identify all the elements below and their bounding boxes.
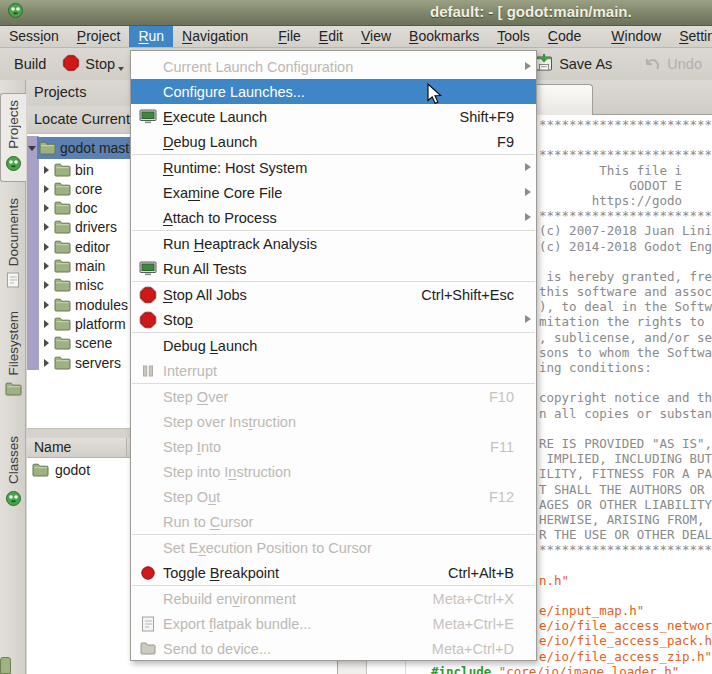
tree-item-bin[interactable]: bin: [41, 160, 94, 179]
tree-item-servers[interactable]: servers: [41, 353, 121, 372]
expander-closed-icon[interactable]: [41, 185, 51, 193]
menubar-item-file[interactable]: File: [269, 26, 310, 47]
menubar-item-project[interactable]: Project: [68, 26, 130, 47]
toolview-tab-classes[interactable]: Classes: [0, 430, 26, 516]
menubar-item-navigation[interactable]: Navigation: [173, 26, 257, 47]
menubar-item-window[interactable]: Window: [602, 26, 670, 47]
tree-item-platform[interactable]: platform: [41, 314, 126, 333]
run-menu-item-run-all-tests[interactable]: Run All Tests: [131, 256, 536, 281]
tree-item-scene[interactable]: scene: [41, 334, 112, 353]
menu-item-label: Step into Instruction: [163, 464, 291, 480]
tree-item-modules[interactable]: modules: [41, 295, 128, 314]
menubar-item-edit[interactable]: Edit: [310, 26, 352, 47]
code-line: ILITY, FITNESS FOR A PA: [539, 466, 712, 481]
toolview-tab-documents[interactable]: Documents: [0, 192, 26, 297]
stop-icon: [139, 311, 157, 329]
toolview-tab-filesystem[interactable]: Filesystem: [0, 305, 26, 405]
expander-closed-icon[interactable]: [41, 281, 51, 289]
menubar-item-code[interactable]: Code: [539, 26, 590, 47]
mouse-cursor: [427, 83, 443, 105]
expander-closed-icon[interactable]: [41, 243, 51, 251]
code-line: T SHALL THE AUTHORS OR: [539, 482, 712, 497]
expander-closed-icon[interactable]: [41, 204, 51, 212]
classes-tab-icon: [5, 490, 22, 507]
menu-item-shortcut: Meta+Ctrl+E: [433, 616, 528, 632]
tree-item-core[interactable]: core: [41, 179, 102, 198]
code-token: #include: [431, 664, 491, 674]
tree-item-drivers[interactable]: drivers: [41, 218, 117, 237]
tree-item-misc[interactable]: misc: [41, 276, 104, 295]
menubar-item-tools[interactable]: Tools: [488, 26, 539, 47]
code-line: this software and assoc: [539, 284, 712, 299]
tree-item-label: modules: [75, 297, 128, 313]
menu-item-shortcut: Ctrl+Alt+B: [448, 565, 528, 581]
expander-closed-icon[interactable]: [41, 262, 51, 270]
stop-button[interactable]: Stop: [54, 51, 132, 78]
folder-icon: [54, 278, 71, 292]
menu-item-label: Configure Launches...: [163, 84, 305, 100]
toolview-tab-projects[interactable]: Projects: [0, 93, 26, 182]
menu-item-label: Examine Core File: [163, 185, 282, 201]
partial-tab-icon: [0, 657, 11, 674]
document-icon: [141, 616, 155, 632]
menu-item-shortcut: F11: [490, 439, 528, 455]
code-line: e/input_map.h": [539, 603, 712, 618]
tree-item-label: scene: [75, 335, 112, 351]
run-menu-item-step-over-instruction: Step over Instruction: [131, 409, 536, 434]
code-line: R THE USE OR OTHER DEAL: [539, 527, 712, 542]
build-button[interactable]: Build: [6, 53, 54, 75]
folder-icon: [54, 240, 71, 254]
code-line: [539, 588, 712, 603]
code-line: e/io/file_access_zip.h": [539, 649, 712, 664]
code-line: [539, 557, 712, 572]
menubar-item-run[interactable]: Run: [129, 26, 173, 47]
run-menu-item-debug-launch[interactable]: Debug LaunchF9: [131, 129, 536, 154]
folder-icon: [54, 336, 71, 350]
expander-open-icon[interactable]: [27, 146, 37, 151]
run-menu-item-toggle-breakpoint[interactable]: Toggle BreakpointCtrl+Alt+B: [131, 560, 536, 585]
run-menu-item-configure-launches[interactable]: Configure Launches...: [131, 79, 536, 104]
undo-button[interactable]: Undo: [634, 52, 710, 77]
tree-item-main[interactable]: main: [41, 257, 105, 276]
toolview-tab-label: Classes: [6, 436, 21, 484]
run-menu-item-attach-to-process[interactable]: Attach to Process: [131, 205, 536, 230]
window-app-icon: [7, 2, 24, 23]
column-divider[interactable]: [126, 438, 127, 458]
save-as-button[interactable]: Save As: [526, 50, 620, 78]
expander-closed-icon[interactable]: [41, 359, 51, 367]
menu-item-shortcut: F10: [489, 389, 528, 405]
code-token: "core/io/image_loader.h": [499, 664, 680, 674]
menubar-item-settings[interactable]: Settings: [670, 26, 712, 47]
run-menu-item-execute-launch[interactable]: Execute LaunchShift+F9: [131, 104, 536, 129]
submenu-arrow-icon: [525, 188, 531, 196]
expander-closed-icon[interactable]: [41, 320, 51, 328]
expander-closed-icon[interactable]: [41, 339, 51, 347]
submenu-arrow-icon: [525, 163, 531, 171]
code-line: n.h": [539, 573, 712, 588]
menubar-item-view[interactable]: View: [352, 26, 400, 47]
run-menu-item-stop-all-jobs[interactable]: Stop All JobsCtrl+Shift+Esc: [131, 282, 536, 307]
run-menu-item-stop[interactable]: Stop: [131, 307, 536, 332]
pause-icon: [141, 364, 155, 378]
run-menu-item-run-heaptrack-analysis[interactable]: Run Heaptrack Analysis: [131, 231, 536, 256]
run-menu-item-debug-launch[interactable]: Debug Launch: [131, 333, 536, 358]
code-line: e/io/file_access_pack.h: [539, 633, 712, 648]
tree-item-label: platform: [75, 316, 126, 332]
expander-closed-icon[interactable]: [41, 166, 51, 174]
stop-dropdown-arrow-icon[interactable]: [118, 67, 124, 71]
run-menu-item-send-to-device: Send to device...Meta+Ctrl+D: [131, 636, 536, 661]
menubar-item-bookmarks[interactable]: Bookmarks: [400, 26, 488, 47]
run-menu-item-runtime-host-system[interactable]: Runtime: Host System: [131, 155, 536, 180]
folder-icon: [54, 317, 71, 331]
folder-icon: [39, 141, 56, 155]
menu-item-label: Runtime: Host System: [163, 160, 307, 176]
run-menu-item-step-out: Step OutF12: [131, 484, 536, 509]
folder-icon: [54, 163, 71, 177]
tree-item-editor[interactable]: editor: [41, 237, 110, 256]
tree-item-doc[interactable]: doc: [41, 199, 98, 218]
expander-closed-icon[interactable]: [41, 223, 51, 231]
menubar-item-session[interactable]: Session: [0, 26, 68, 47]
code-line: is hereby granted, fre: [539, 269, 712, 284]
run-menu-item-examine-core-file[interactable]: Examine Core File: [131, 180, 536, 205]
expander-closed-icon[interactable]: [41, 301, 51, 309]
